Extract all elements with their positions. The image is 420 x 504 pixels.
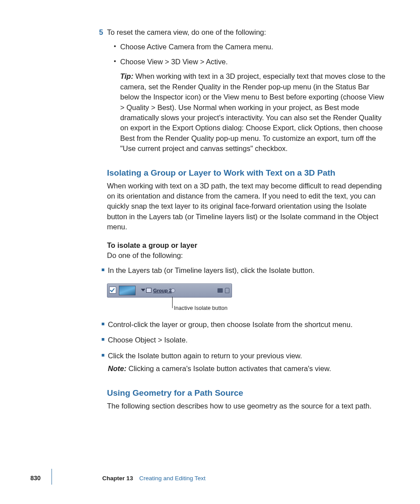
layer-thumbnail-icon [119, 286, 136, 295]
bullet-dot-icon [114, 45, 116, 47]
chapter-title: Creating and Editing Text [139, 474, 206, 482]
square-bullet-icon [102, 354, 104, 357]
callout-label: Inactive Isolate button [174, 305, 228, 313]
right-icon-1 [217, 288, 223, 293]
page: 5 To reset the camera view, do one of th… [0, 0, 420, 504]
disclosure-triangle-icon [141, 289, 145, 291]
tip-block: Tip: When working with text in a 3D proj… [120, 71, 387, 154]
square-bullet-icon [102, 269, 104, 271]
bullet-dot-icon [114, 60, 116, 62]
tip-label: Tip: [120, 72, 133, 80]
lead-isolate: To isolate a group or layer [107, 240, 387, 250]
note-line: Note: Clicking a camera's Isolate button… [108, 364, 387, 374]
figure-box: Group 2 Inactive Isolate button [107, 283, 387, 314]
checkbox-icon [109, 287, 116, 294]
section2-para: The following section describes how to u… [107, 401, 387, 411]
heading-isolating: Isolating a Group or Layer to Work with … [107, 167, 387, 179]
callout-line [172, 297, 173, 308]
list-item-text: Control-click the layer or group, then c… [108, 320, 353, 328]
list-item: Choose Object > Isolate. [102, 335, 387, 345]
square-list-a: In the Layers tab (or Timeline layers li… [102, 265, 387, 276]
square-bullet-icon [102, 323, 104, 325]
layer-name: Group 2 [153, 287, 172, 294]
page-number: 830 [30, 474, 41, 483]
step-5: 5 To reset the camera view, do one of th… [107, 27, 387, 154]
heading-geometry: Using Geometry for a Path Source [107, 387, 387, 399]
square-list-b: Control-click the layer or group, then c… [102, 320, 387, 374]
content-area: 5 To reset the camera view, do one of th… [107, 27, 387, 416]
tip-text: When working with text in a 3D project, … [120, 72, 385, 152]
sub-bullet-item: Choose View > 3D View > Active. [114, 57, 387, 67]
sub-bullet-list: Choose Active Camera from the Camera men… [114, 42, 387, 67]
note-text: Clicking a camera's Isolate button activ… [126, 364, 331, 372]
chapter-label: Chapter 13 [102, 474, 133, 482]
group-icon [146, 288, 151, 293]
isolate-button-icon [171, 288, 175, 293]
list-item: Click the Isolate button again to return… [102, 351, 387, 374]
footer-rule [52, 469, 52, 485]
list-item: Control-click the layer or group, then c… [102, 320, 387, 330]
sub-bullet-text: Choose Active Camera from the Camera men… [120, 43, 273, 51]
list-item-text: Click the Isolate button again to return… [108, 352, 302, 360]
lock-icon [225, 288, 229, 293]
page-footer: 830 Chapter 13 Creating and Editing Text [30, 474, 391, 483]
list-item-text: Choose Object > Isolate. [108, 336, 188, 344]
sub-bullet-item: Choose Active Camera from the Camera men… [114, 42, 387, 52]
list-item: In the Layers tab (or Timeline layers li… [102, 265, 387, 276]
layer-bar: Group 2 [107, 283, 232, 298]
note-label: Note: [108, 364, 126, 372]
step-number: 5 [99, 27, 103, 37]
section1-para: When working with text on a 3D path, the… [107, 181, 387, 232]
figure-isolate: Group 2 Inactive Isolate button [107, 283, 387, 314]
list-item-text: In the Layers tab (or Timeline layers li… [108, 266, 315, 274]
square-bullet-icon [102, 338, 104, 341]
do-one: Do one of the following: [107, 250, 387, 261]
sub-bullet-text: Choose View > 3D View > Active. [120, 58, 228, 66]
step-text: To reset the camera view, do one of the … [107, 27, 387, 37]
